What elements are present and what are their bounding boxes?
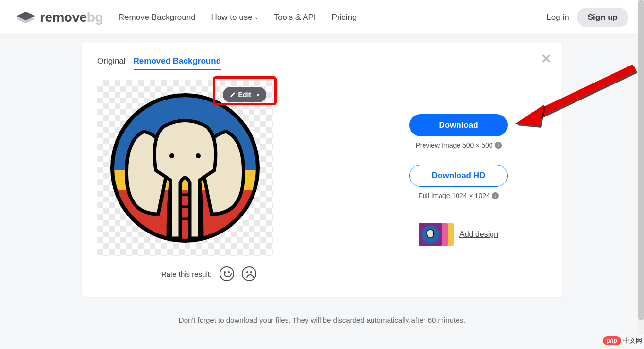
login-link[interactable]: Log in: [546, 13, 569, 22]
watermark-text: 中文网: [623, 336, 642, 345]
info-icon[interactable]: i: [495, 142, 502, 149]
download-hd-button[interactable]: Download HD: [409, 165, 508, 187]
tabs: Original Removed Background: [97, 56, 547, 70]
watermark-badge: php: [603, 336, 621, 345]
nav-how-to-use[interactable]: How to use⌄: [211, 13, 258, 22]
signup-button[interactable]: Sign up: [577, 8, 628, 27]
svg-point-8: [196, 153, 201, 158]
info-icon[interactable]: i: [492, 192, 499, 199]
download-meta: Preview Image 500 × 500i: [415, 141, 501, 149]
rate-bad-button[interactable]: [242, 266, 256, 281]
rate-row: Rate this result:: [87, 266, 330, 281]
result-card: ✕ Original Removed Background Edit: [82, 43, 562, 297]
nav-remove-background[interactable]: Remove Background: [119, 13, 196, 22]
edit-highlight-annotation: [213, 76, 277, 105]
nav-tools-api[interactable]: Tools & API: [274, 13, 316, 22]
rate-good-button[interactable]: [220, 266, 234, 281]
download-button[interactable]: Download: [409, 114, 508, 136]
image-preview: [97, 80, 273, 256]
download-hd-meta: Full Image 1024 × 1024i: [418, 192, 499, 199]
tab-removed-background[interactable]: Removed Background: [134, 56, 221, 70]
result-image: [110, 93, 260, 243]
scrollbar[interactable]: [638, 0, 644, 335]
logo-icon: [16, 11, 36, 24]
svg-point-7: [169, 153, 174, 158]
logo-text: removebg: [40, 10, 103, 25]
tab-original[interactable]: Original: [97, 56, 126, 70]
rate-label: Rate this result:: [161, 270, 212, 278]
design-thumbnails: [419, 223, 454, 246]
actions-panel: Download Preview Image 500 × 500i Downlo…: [370, 80, 547, 281]
add-design-row: Add design: [419, 223, 498, 246]
add-design-link[interactable]: Add design: [459, 230, 498, 239]
header: removebg Remove Background How to use⌄ T…: [0, 0, 644, 35]
preview-area: Edit: [97, 80, 273, 281]
footer-note: Don't forget to download your files. The…: [0, 316, 644, 324]
watermark: php 中文网: [603, 336, 642, 345]
nav-pricing[interactable]: Pricing: [332, 13, 357, 22]
logo[interactable]: removebg: [16, 10, 103, 25]
chevron-down-icon: ⌄: [254, 15, 258, 20]
close-button[interactable]: ✕: [541, 51, 552, 66]
main-nav: Remove Background How to use⌄ Tools & AP…: [119, 13, 547, 22]
